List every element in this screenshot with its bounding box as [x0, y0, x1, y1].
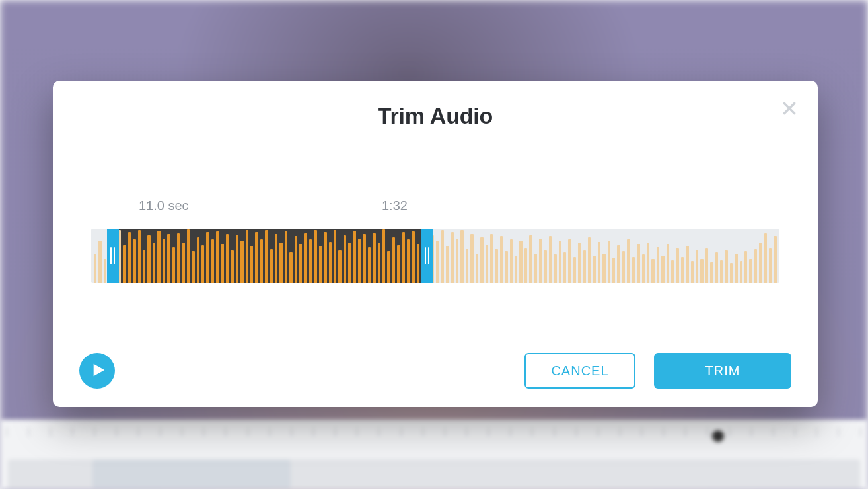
waveform-bar — [490, 234, 493, 283]
waveform-area[interactable] — [91, 229, 779, 283]
waveform-bar — [319, 246, 322, 283]
waveform-bar — [456, 239, 458, 283]
waveform-bar — [671, 260, 674, 283]
waveform-bar — [602, 254, 605, 283]
waveform-bar — [466, 249, 468, 283]
close-button[interactable] — [778, 98, 801, 120]
waveform-bar — [667, 244, 669, 283]
waveform-bar — [353, 231, 356, 283]
waveform-bar — [182, 243, 184, 283]
waveform-bar — [451, 232, 454, 283]
waveform-bar — [486, 245, 488, 283]
waveform-bar — [206, 232, 209, 283]
waveform-bar — [167, 234, 170, 283]
waveform-bar — [774, 236, 776, 283]
waveform-bar — [676, 248, 678, 283]
trim-handle-right[interactable] — [421, 229, 433, 283]
waveform-bar — [201, 245, 204, 283]
cancel-button[interactable]: CANCEL — [524, 353, 635, 389]
waveform-bar — [470, 234, 473, 283]
waveform-bar — [691, 261, 694, 283]
waveform-bar — [187, 229, 190, 283]
waveform-bar — [246, 230, 248, 283]
trim-handle-left[interactable] — [107, 229, 119, 283]
waveform-bar — [436, 241, 439, 283]
waveform-bar — [329, 242, 332, 283]
modal-header: Trim Audio — [53, 81, 818, 129]
waveform-bar — [460, 230, 463, 283]
waveform-bar — [387, 251, 390, 283]
waveform-bar — [515, 256, 517, 283]
waveform-bar — [710, 262, 713, 283]
waveform-bar — [593, 256, 595, 283]
waveform-bar — [505, 251, 507, 283]
waveform-bar — [705, 248, 708, 283]
waveform-bar — [740, 261, 742, 283]
waveform-bar — [407, 239, 410, 283]
waveform-bar — [519, 241, 522, 283]
waveform-bar — [657, 247, 659, 283]
waveform-bar — [578, 243, 581, 283]
waveform-bar — [265, 230, 268, 283]
waveform-bar — [495, 249, 497, 283]
waveform-bar — [686, 246, 688, 283]
trim-audio-modal: Trim Audio 11.0 sec 1:32 CANCEL TRIM — [53, 81, 818, 407]
waveform-bar — [147, 235, 150, 283]
waveform-bar — [735, 254, 737, 283]
waveform-bar — [275, 234, 277, 283]
waveform-bar — [627, 239, 630, 283]
waveform-bar — [163, 239, 165, 283]
waveform-bar — [211, 239, 214, 283]
waveform-bar — [240, 241, 243, 283]
waveform-bar — [94, 254, 96, 283]
waveform-bar — [417, 244, 419, 283]
waveform-bar — [632, 257, 635, 283]
play-button[interactable] — [79, 353, 115, 389]
waveform-bar — [661, 256, 664, 283]
waveform-bar — [617, 245, 620, 283]
waveform-bar — [642, 254, 645, 283]
waveform-bar — [314, 230, 316, 283]
waveform-bar — [270, 249, 273, 283]
waveform-bar — [583, 250, 586, 283]
waveform-bar — [573, 257, 576, 283]
waveform-bar — [754, 249, 757, 283]
waveform-bar — [304, 233, 307, 283]
waveform-bar — [500, 236, 503, 283]
waveform-bar — [226, 234, 229, 283]
waveform-bar — [651, 259, 654, 283]
waveform-bar — [769, 248, 772, 283]
modal-title: Trim Audio — [53, 103, 818, 129]
waveform-bar — [612, 258, 615, 283]
waveform-bar — [295, 236, 297, 283]
svg-marker-2 — [93, 363, 104, 375]
waveform-bar — [221, 244, 224, 283]
grip-icon — [425, 247, 429, 264]
waveform-bar — [118, 230, 121, 283]
waveform-bar — [476, 254, 478, 283]
waveform-bar — [744, 251, 747, 283]
waveform-bar — [397, 245, 400, 283]
grip-icon — [110, 247, 115, 264]
trim-button[interactable]: TRIM — [654, 353, 791, 389]
waveform-bar — [446, 246, 449, 283]
waveform-bar — [534, 254, 537, 283]
close-icon — [781, 100, 798, 119]
waveform-bar — [104, 259, 106, 283]
time-labels-row: 11.0 sec 1:32 — [91, 198, 779, 214]
waveform-bar — [98, 241, 101, 283]
waveform-bar — [544, 250, 546, 283]
waveform-bar — [192, 251, 194, 283]
editor-timeline-background — [0, 420, 868, 489]
waveform-bar — [529, 235, 532, 283]
waveform-bar — [549, 236, 552, 283]
waveform-bar — [608, 241, 610, 283]
waveform-bar — [128, 232, 131, 283]
waveform-bar — [231, 250, 233, 283]
waveform-bar — [441, 230, 444, 283]
waveform-bar — [480, 237, 483, 283]
waveform-bar — [622, 251, 625, 283]
waveform-bar — [153, 243, 155, 283]
waveform-bar — [696, 250, 698, 283]
waveform-bar — [749, 259, 752, 283]
